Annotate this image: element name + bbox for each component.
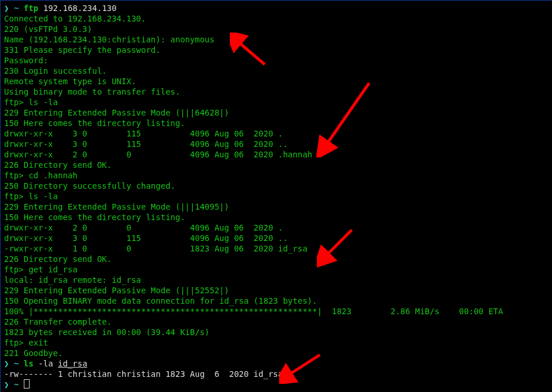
- line: 1823 bytes received in 00:00 (39.44 KiB/…: [4, 328, 210, 337]
- ftp-prompt: ftp>: [4, 192, 24, 201]
- ftp-prompt: ftp>: [4, 98, 24, 107]
- line: 150 Opening BINARY mode data connection …: [4, 296, 317, 305]
- arg-ip: 192.168.234.130: [43, 3, 116, 13]
- ftp-prompt: ftp>: [4, 171, 24, 180]
- line: 226 Transfer complete.: [4, 317, 111, 326]
- line: 230 Login successful.: [4, 66, 107, 75]
- line: 250 Directory successfully changed.: [4, 181, 175, 190]
- line: 226 Directory send OK.: [4, 160, 111, 170]
- terminal-output[interactable]: ❯ ~ ftp 192.168.234.130 Connected to 192…: [1, 1, 552, 392]
- prompt-path: ~: [14, 3, 19, 13]
- line: Password:: [4, 56, 48, 65]
- line: Connected to 192.168.234.130.: [4, 14, 146, 23]
- line: 229 Entering Extended Passive Mode (|||6…: [4, 108, 229, 117]
- prompt-symbol: ❯: [4, 380, 9, 389]
- line: Using binary mode to transfer files.: [4, 87, 180, 96]
- prompt-path: ~: [14, 359, 19, 368]
- cmd: cd .hannah: [28, 171, 77, 180]
- arg-file: id_rsa: [58, 359, 88, 368]
- line: local: id_rsa remote: id_rsa: [4, 275, 141, 285]
- line: 100% |**********************************…: [4, 307, 503, 316]
- cmd-ls: ls: [24, 359, 34, 368]
- line: 220 (vsFTPd 3.0.3): [4, 24, 92, 34]
- line: 331 Please specify the password.: [4, 45, 161, 55]
- prompt-path: ~: [14, 380, 19, 389]
- cmd: ls -la: [28, 192, 58, 201]
- cmd: get id_rsa: [28, 265, 77, 274]
- cmd-ftp: ftp: [24, 3, 38, 13]
- ftp-prompt: ftp>: [4, 338, 24, 347]
- prompt-symbol: ❯: [4, 359, 9, 368]
- dir-row: drwxr-xr-x 2 0 0 4096 Aug 06 2020 .hanna…: [4, 150, 312, 159]
- line: 221 Goodbye.: [4, 348, 63, 358]
- prompt-symbol: ❯: [4, 3, 9, 13]
- arg: -la: [38, 359, 53, 368]
- line: 226 Directory send OK.: [4, 254, 111, 264]
- line: 229 Entering Extended Passive Mode (|||1…: [4, 202, 229, 211]
- cmd: exit: [28, 338, 48, 347]
- line: 229 Entering Extended Passive Mode (|||5…: [4, 286, 229, 295]
- line: Name (192.168.234.130:christian): anonym…: [4, 35, 214, 44]
- dir-row: -rwxr-xr-x 1 0 0 1823 Aug 06 2020 id_rsa: [4, 244, 308, 253]
- dir-row: drwxr-xr-x 3 0 115 4096 Aug 06 2020 .: [4, 129, 283, 138]
- line: 150 Here comes the directory listing.: [4, 118, 185, 128]
- line: Remote system type is UNIX.: [4, 77, 136, 86]
- cmd: ls -la: [28, 98, 58, 107]
- cursor: [24, 379, 30, 389]
- dir-row: drwxr-xr-x 2 0 0 4096 Aug 06 2020 .: [4, 223, 283, 232]
- dir-row: drwxr-xr-x 3 0 115 4096 Aug 06 2020 ..: [4, 139, 288, 149]
- line: -rw------- 1 christian christian 1823 Au…: [4, 369, 283, 379]
- line: 150 Here comes the directory listing.: [4, 213, 185, 222]
- dir-row: drwxr-xr-x 3 0 115 4096 Aug 06 2020 ..: [4, 233, 288, 243]
- ftp-prompt: ftp>: [4, 265, 24, 274]
